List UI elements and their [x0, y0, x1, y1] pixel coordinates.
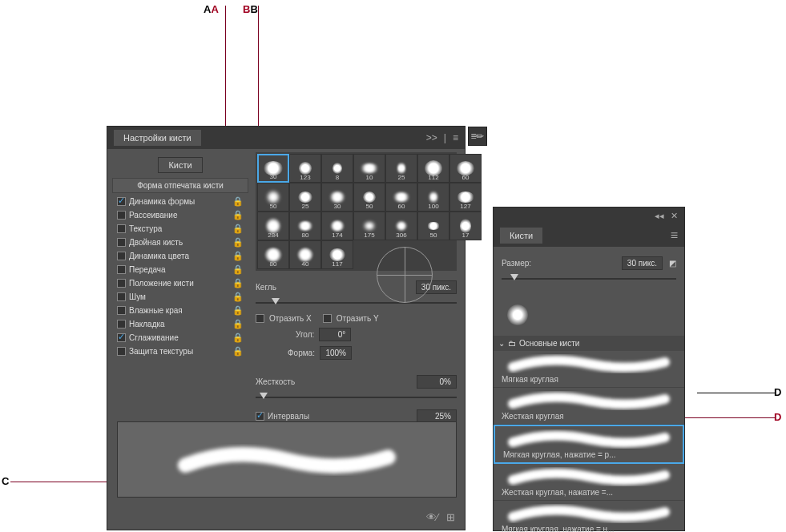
brush-tip-40[interactable]: 40	[289, 240, 321, 269]
option-Передача[interactable]: Передача🔒	[112, 263, 248, 276]
preset-label: Жесткая круглая	[502, 410, 676, 421]
spacing-label: Интервалы	[268, 412, 417, 421]
brush-tip-112[interactable]: 112	[417, 154, 449, 183]
lock-icon[interactable]: 🔒	[232, 224, 244, 234]
option-checkbox[interactable]	[117, 224, 126, 233]
size-value[interactable]: 30 пикс.	[622, 256, 663, 270]
flip-x-checkbox[interactable]	[256, 314, 264, 323]
option-Динамика цвета[interactable]: Динамика цвета🔒	[112, 249, 248, 263]
preset-Мягкая круглая[interactable]: Мягкая круглая	[494, 351, 684, 388]
brush-tip-123[interactable]: 123	[289, 154, 321, 183]
option-Динамика формы[interactable]: Динамика формы🔒	[112, 195, 248, 208]
option-checkbox[interactable]	[117, 292, 126, 301]
lock-icon[interactable]: 🔒	[232, 319, 244, 329]
preset-Жесткая круглая[interactable]: Жесткая круглая	[494, 388, 684, 425]
brush-tip-50[interactable]: 50	[417, 212, 449, 240]
shape-value[interactable]: 100%	[320, 346, 352, 360]
panel2-tab[interactable]: Кисти	[500, 228, 542, 244]
menu-icon[interactable]: ≡	[453, 132, 458, 143]
preview-toggle-icon[interactable]: 👁⁄	[426, 511, 438, 523]
option-Накладка[interactable]: Накладка🔒	[112, 317, 248, 331]
option-label: Защита текстуры	[129, 347, 232, 356]
brush-tip-100[interactable]: 100	[417, 183, 449, 212]
option-checkbox[interactable]	[117, 320, 126, 328]
brushes-button[interactable]: Кисти	[158, 157, 202, 173]
option-Влажные края[interactable]: Влажные края🔒	[112, 304, 248, 317]
brush-tip-shape-button[interactable]: Форма отпечатка кисти	[112, 178, 248, 193]
option-checkbox[interactable]	[117, 238, 126, 247]
lock-icon[interactable]: 🔒	[232, 210, 244, 220]
preset-Жесткая круглая, нажатие =...[interactable]: Жесткая круглая, нажатие =...	[494, 464, 684, 501]
option-Защита текстуры[interactable]: Защита текстуры🔒	[112, 345, 248, 358]
preset-label: Мягкая круглая	[502, 373, 676, 384]
brush-tip-127[interactable]: 127	[449, 183, 482, 212]
flip-icon[interactable]: ◩	[669, 259, 676, 268]
option-Рассеивание[interactable]: Рассеивание🔒	[112, 208, 248, 222]
lock-icon[interactable]: 🔒	[232, 196, 244, 207]
brush-tip-284[interactable]: 284	[257, 212, 289, 240]
option-checkbox[interactable]	[117, 265, 126, 274]
brush-tip-30[interactable]: 30	[257, 154, 289, 183]
brush-tip-25[interactable]: 25	[385, 154, 417, 183]
option-checkbox[interactable]	[117, 347, 126, 356]
brush-tip-174[interactable]: 174	[321, 212, 353, 240]
brush-tip-80[interactable]: 80	[289, 212, 321, 240]
brush-tip-30[interactable]: 30	[321, 183, 353, 212]
brush-tip-306[interactable]: 306	[385, 212, 417, 240]
preset-Мягкая круглая, нажатие = р...[interactable]: Мягкая круглая, нажатие = р...	[494, 425, 684, 464]
brush-tip-60[interactable]: 60	[385, 183, 417, 212]
lock-icon[interactable]: 🔒	[232, 251, 244, 261]
spacing-checkbox[interactable]	[256, 412, 264, 421]
lock-icon[interactable]: 🔒	[232, 237, 244, 248]
option-checkbox[interactable]	[117, 211, 126, 220]
brush-panel-icon[interactable]: ≡✏	[470, 131, 484, 142]
hardness-value[interactable]: 0%	[417, 375, 457, 389]
option-label: Передача	[129, 265, 232, 274]
preset-label: Мягкая круглая, нажатие = н...	[502, 523, 676, 532]
brush-tip-8[interactable]: 8	[321, 154, 353, 183]
menu-icon[interactable]: ≡	[671, 228, 678, 243]
option-checkbox[interactable]	[117, 279, 126, 288]
lock-icon[interactable]: 🔒	[232, 346, 244, 357]
brush-tip-60[interactable]: 60	[449, 154, 482, 183]
option-checkbox[interactable]	[117, 197, 126, 206]
lock-icon[interactable]: 🔒	[232, 332, 244, 343]
lock-icon[interactable]: 🔒	[232, 292, 244, 302]
brush-tip-grid: 3012381025112605025305060100127284801741…	[256, 152, 457, 271]
brush-tip-17[interactable]: 17	[449, 212, 482, 240]
lock-icon[interactable]: 🔒	[232, 305, 244, 316]
size-slider[interactable]	[502, 278, 676, 280]
angle-widget[interactable]	[377, 247, 433, 303]
brush-tip-175[interactable]: 175	[353, 212, 385, 240]
hardness-slider[interactable]	[256, 397, 457, 398]
option-Шум[interactable]: Шум🔒	[112, 290, 248, 304]
new-preset-icon[interactable]: ⊞	[446, 511, 455, 523]
lock-icon[interactable]: 🔒	[232, 278, 244, 288]
preset-list: Мягкая круглаяЖесткая круглаяМягкая круг…	[494, 351, 684, 532]
flip-y-checkbox[interactable]	[323, 314, 332, 323]
brush-tip-10[interactable]: 10	[353, 154, 385, 183]
folder-row[interactable]: ⌄ 🗀 Основные кисти	[494, 336, 684, 351]
option-checkbox[interactable]	[117, 333, 126, 342]
lock-icon[interactable]: 🔒	[232, 264, 244, 275]
option-Текстура[interactable]: Текстура🔒	[112, 222, 248, 236]
brush-tip-50[interactable]: 50	[353, 183, 385, 212]
collapse-icon[interactable]: >>	[426, 132, 437, 143]
brush-tip-117[interactable]: 117	[321, 240, 353, 269]
brush-tip-80[interactable]: 80	[257, 240, 289, 269]
folder-icon: 🗀	[508, 339, 516, 348]
panel1-tab[interactable]: Настройки кисти	[114, 130, 201, 146]
option-checkbox[interactable]	[117, 306, 126, 315]
option-Положение кисти[interactable]: Положение кисти🔒	[112, 276, 248, 290]
preset-Мягкая круглая, нажатие = н...[interactable]: Мягкая круглая, нажатие = н...	[494, 501, 684, 532]
option-Двойная кисть[interactable]: Двойная кисть🔒	[112, 236, 248, 249]
collapse-icon[interactable]: ◂◂	[655, 211, 664, 221]
brush-tip-50[interactable]: 50	[257, 183, 289, 212]
size-slider[interactable]	[256, 302, 457, 304]
angle-value[interactable]: 0°	[319, 328, 351, 341]
option-label: Шум	[129, 292, 232, 301]
brush-tip-25[interactable]: 25	[289, 183, 321, 212]
option-checkbox[interactable]	[117, 252, 126, 260]
close-icon[interactable]: ✕	[671, 211, 678, 221]
option-Сглаживание[interactable]: Сглаживание🔒	[112, 331, 248, 345]
